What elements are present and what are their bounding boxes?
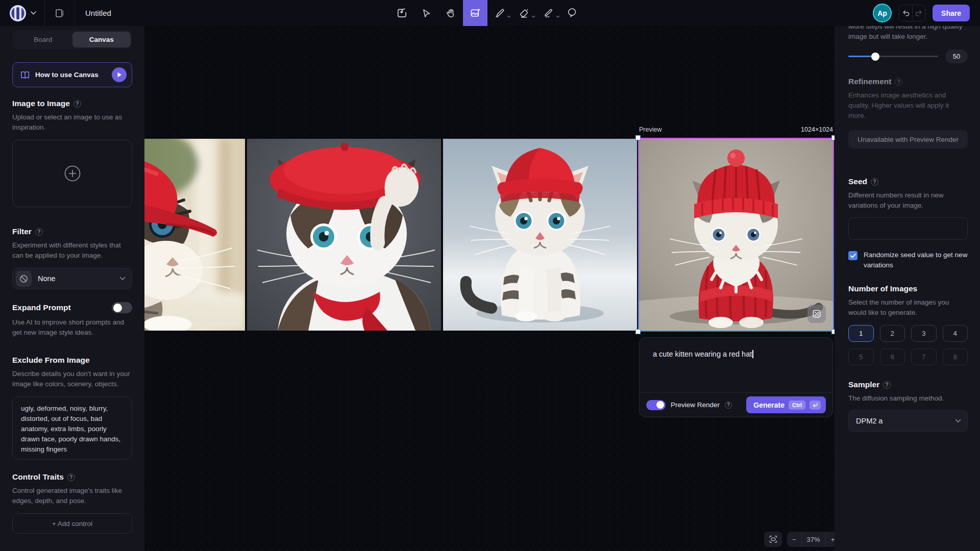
redo-button[interactable]: [912, 5, 925, 21]
selection-dimensions: 1024×1024: [801, 126, 833, 133]
randomize-seed-label[interactable]: Randomize seed value to get new variatio…: [864, 250, 968, 270]
num-images-option-8[interactable]: 8: [943, 348, 968, 365]
generated-image-1[interactable]: [144, 139, 245, 331]
zoom-out-button[interactable]: −: [787, 532, 801, 547]
pencil-icon: [495, 8, 505, 18]
view-tabs: Board Canvas: [12, 30, 132, 49]
chevron-down-icon: [507, 15, 511, 18]
expand-prompt-toggle[interactable]: [112, 302, 132, 313]
steps-value: 50: [945, 49, 968, 63]
inpaint-tool-button[interactable]: [536, 0, 561, 26]
num-images-option-7[interactable]: 7: [911, 348, 937, 365]
refinement-desc: Enhances image aesthetics and quality. H…: [848, 90, 968, 121]
play-icon[interactable]: [112, 67, 127, 82]
tab-board[interactable]: Board: [14, 32, 72, 47]
generated-image-4-selected[interactable]: [639, 139, 833, 331]
image-upload-dropzone[interactable]: [12, 140, 132, 207]
refinement-unavailable-button: Unavailable with Preview Render: [848, 130, 968, 148]
exclude-textarea[interactable]: ugly, deformed, noisy, blurry, distorted…: [12, 396, 132, 460]
generate-button[interactable]: Generate Ctrl: [746, 396, 826, 413]
comment-tool-button[interactable]: [561, 0, 585, 26]
magic-eraser-tool-button[interactable]: [512, 0, 536, 26]
app-logo-menu[interactable]: [0, 0, 44, 26]
help-icon[interactable]: ?: [883, 381, 891, 389]
randomize-seed-checkbox[interactable]: [848, 251, 857, 260]
chevron-down-icon: [531, 15, 535, 18]
sampler-value: DPM2 a: [856, 417, 949, 425]
select-tool-button[interactable]: [414, 0, 438, 26]
tab-canvas[interactable]: Canvas: [72, 32, 131, 47]
undo-icon: [902, 9, 910, 17]
zoom-level[interactable]: 37%: [801, 532, 825, 547]
help-icon[interactable]: ?: [725, 402, 732, 409]
prompt-value: a cute kitten wearing a red hat: [653, 350, 752, 358]
check-icon: [850, 254, 856, 258]
steps-slider-knob[interactable]: [871, 53, 879, 61]
draw-tool-button[interactable]: [487, 0, 512, 26]
image-to-image-desc: Upload or select an image to use as insp…: [12, 112, 132, 133]
comment-icon: [568, 8, 579, 18]
num-images-option-6[interactable]: 6: [880, 348, 905, 365]
num-images-option-2[interactable]: 2: [880, 325, 905, 342]
import-tool-button[interactable]: [389, 0, 414, 26]
generate-image-tool-button[interactable]: [463, 0, 487, 26]
chevron-down-icon: [119, 277, 126, 281]
num-images-option-4[interactable]: 4: [943, 325, 968, 342]
avatar[interactable]: Ap: [873, 4, 892, 22]
steps-desc: More steps will result in a high quality…: [848, 26, 968, 42]
left-panel: Board Canvas How to use Canvas Image to …: [0, 26, 144, 551]
help-icon[interactable]: ?: [871, 178, 878, 186]
preview-label: Preview: [639, 126, 662, 133]
reroll-seed-button[interactable]: [807, 305, 826, 323]
canvas-zoom-controls: − 37% +: [764, 532, 835, 547]
exclude-title: Exclude From Image: [12, 356, 90, 365]
canvas-viewport[interactable]: Preview 1024×1024 a cute kitten wearing …: [144, 26, 835, 551]
toolbar: [389, 0, 585, 26]
plus-circle-icon: [63, 164, 82, 183]
help-icon[interactable]: ?: [35, 228, 43, 236]
expand-prompt-desc: Use AI to improve short prompts and get …: [12, 317, 132, 338]
exclude-desc: Describe details you don't want in your …: [12, 369, 132, 389]
num-images-option-3[interactable]: 3: [911, 325, 937, 342]
help-icon[interactable]: ?: [74, 100, 81, 108]
sampler-desc: The diffusion sampling method.: [848, 393, 968, 404]
share-button[interactable]: Share: [933, 5, 970, 21]
help-icon[interactable]: ?: [67, 473, 75, 481]
control-traits-title: Control Traits: [12, 472, 64, 482]
help-icon[interactable]: ?: [895, 78, 902, 86]
seed-title: Seed: [848, 177, 867, 186]
import-icon: [396, 7, 408, 19]
chevron-down-icon: [31, 11, 36, 15]
sampler-dropdown[interactable]: DPM2 a: [848, 410, 968, 432]
pages-icon: [54, 8, 65, 19]
generated-image-2[interactable]: [247, 139, 441, 331]
pages-panel-button[interactable]: [45, 0, 75, 26]
filter-dropdown[interactable]: None: [12, 268, 132, 289]
num-images-option-5[interactable]: 5: [848, 348, 874, 365]
undo-button[interactable]: [899, 5, 912, 21]
pan-tool-button[interactable]: [438, 0, 463, 26]
fit-to-screen-button[interactable]: [764, 532, 782, 547]
document-title[interactable]: Untitled: [75, 9, 111, 17]
refinement-title: Refinement: [848, 77, 891, 86]
selection-handle-top-left[interactable]: [635, 135, 641, 140]
redo-icon: [915, 9, 923, 17]
how-to-use-canvas-button[interactable]: How to use Canvas: [12, 62, 132, 87]
filter-title: Filter: [12, 227, 32, 236]
zoom-in-button[interactable]: +: [825, 532, 835, 547]
hand-icon: [445, 8, 456, 19]
topbar: Untitled: [0, 0, 980, 26]
preview-render-toggle[interactable]: [646, 400, 666, 410]
selection-handle-bottom-left[interactable]: [635, 329, 641, 334]
num-images-option-1[interactable]: 1: [848, 325, 874, 342]
steps-slider[interactable]: [848, 56, 938, 57]
app-logo-icon: [9, 5, 27, 22]
seed-input[interactable]: [848, 217, 968, 240]
prompt-input[interactable]: a cute kitten wearing a red hat: [640, 338, 832, 359]
number-of-images-title: Number of Images: [848, 284, 917, 293]
dice-icon: [812, 309, 822, 319]
generated-image-3[interactable]: [443, 139, 637, 331]
add-control-button[interactable]: + Add control: [12, 513, 132, 534]
control-traits-desc: Control generated image's traits like ed…: [12, 486, 132, 506]
zoom-group: − 37% +: [787, 532, 835, 547]
